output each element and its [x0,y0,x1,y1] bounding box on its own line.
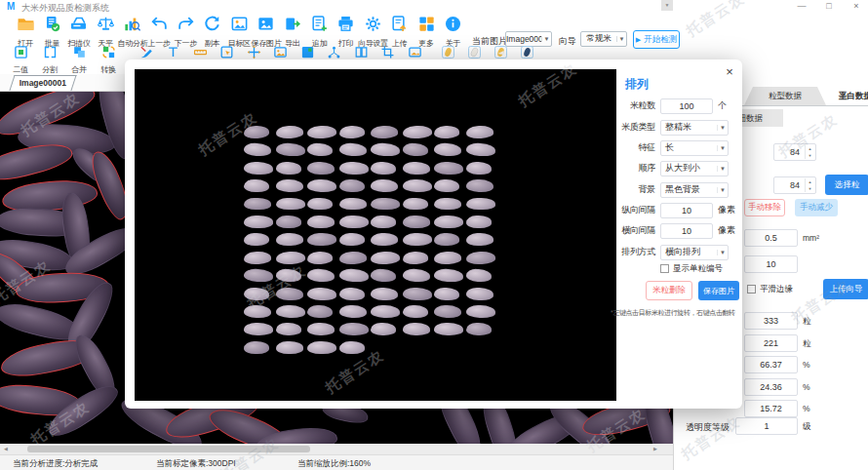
arranged-rice-grain[interactable] [434,143,462,157]
arranged-grains-image[interactable] [135,69,616,401]
arranged-rice-grain[interactable] [244,305,271,318]
maximize-button[interactable]: □ [819,0,839,13]
arranged-rice-grain[interactable] [402,179,431,192]
arranged-rice-grain[interactable] [275,269,301,283]
arranged-rice-grain[interactable] [465,161,491,174]
arranged-rice-grain[interactable] [465,287,493,299]
arranged-rice-grain[interactable] [371,269,397,283]
toolbar-item-save-image[interactable]: 保存图片 [252,15,281,49]
field-select[interactable]: 从大到小▼ [660,161,729,176]
arranged-rice-grain[interactable] [275,179,302,192]
arranged-rice-grain[interactable] [338,179,364,192]
arranged-rice-grain[interactable] [275,287,302,299]
arranged-rice-grain[interactable] [434,198,461,211]
arranged-rice-grain[interactable] [307,305,333,318]
toolbar-item-batch[interactable]: 批量 [37,15,66,49]
arranged-rice-grain[interactable] [434,215,463,228]
select-grain-button[interactable]: 选择粒 [825,175,868,195]
toolbar-item-scanner[interactable]: 扫描仪 [64,15,94,49]
arranged-rice-grain[interactable] [244,251,272,264]
arranged-rice-grain[interactable] [434,268,464,282]
scroll-right-icon[interactable]: ▶ [650,444,661,454]
arranged-rice-grain[interactable] [307,251,334,264]
smooth-edge-checkbox[interactable] [747,285,756,294]
arranged-rice-grain[interactable] [465,269,492,283]
arranged-rice-grain[interactable] [371,233,398,246]
upload-wizard-button[interactable]: 上传向导 [823,279,868,299]
arranged-rice-grain[interactable] [402,251,428,264]
arranged-rice-grain[interactable] [371,305,400,318]
arranged-rice-grain[interactable] [338,143,367,157]
arranged-rice-grain[interactable] [275,341,302,354]
arranged-rice-grain[interactable] [465,143,495,157]
arranged-rice-grain[interactable] [338,287,364,299]
arranged-rice-grain[interactable] [434,125,460,138]
field-select[interactable]: 长▼ [660,140,729,156]
dialog-close-icon[interactable]: × [722,64,737,80]
toolbar-item-more[interactable]: 更多 [412,15,441,49]
scrollbar-thumb[interactable] [27,446,310,452]
arranged-rice-grain[interactable] [434,323,463,335]
arranged-rice-grain[interactable] [307,268,335,282]
min-area-field[interactable]: 0.5 [744,229,798,247]
arranged-rice-grain[interactable] [402,268,430,282]
toolbar2-item-binary[interactable]: 二值 [7,45,34,75]
scroll-down-icon[interactable]: ▼ [661,0,673,11]
arranged-rice-grain[interactable] [307,323,335,335]
arranged-rice-grain[interactable] [338,341,364,354]
arranged-rice-grain[interactable] [244,179,269,192]
arranged-rice-grain[interactable] [338,125,365,138]
arranged-rice-grain[interactable] [276,323,301,335]
save-image-button[interactable]: 保存图片 [698,281,739,300]
delete-grain-button[interactable]: 米粒删除 [646,281,692,300]
stat-value-field[interactable]: 221 [744,334,798,352]
arranged-rice-grain[interactable] [402,233,431,247]
toolbar-item-print[interactable]: 打印 [332,15,361,49]
arranged-rice-grain[interactable] [402,215,429,228]
arranged-rice-grain[interactable] [338,251,367,264]
arranged-rice-grain[interactable] [275,215,300,228]
arranged-rice-grain[interactable] [371,215,396,228]
spinner-arrows[interactable]: ▲▼ [805,145,814,159]
arranged-rice-grain[interactable] [434,179,459,192]
arranged-rice-grain[interactable] [339,198,367,211]
arranged-rice-grain[interactable] [244,143,272,157]
toolbar-item-target[interactable]: 目标区 [224,15,254,49]
toolbar-item-analyze[interactable]: 自动分析 [118,15,147,49]
arranged-rice-grain[interactable] [402,143,428,157]
arranged-rice-grain[interactable] [275,233,302,246]
arranged-rice-grain[interactable] [307,143,334,157]
arranged-rice-grain[interactable] [275,125,303,138]
arranged-rice-grain[interactable] [275,143,305,157]
arranged-rice-grain[interactable] [244,268,274,282]
toolbar-item-upload[interactable]: 上传 [385,15,414,49]
toolbar2-item-convert[interactable]: 转换 [95,45,122,75]
toolbar-item-folder[interactable]: 打开 [11,15,40,49]
toolbar2-item-split[interactable]: 分割 [36,45,63,75]
arranged-rice-grain[interactable] [275,251,305,264]
arranged-rice-grain[interactable] [434,233,459,246]
arranged-rice-grain[interactable] [307,125,337,138]
arranged-rice-grain[interactable] [244,161,273,175]
arranged-rice-grain[interactable] [402,287,431,300]
toolbar-item-undo[interactable]: 上一步 [144,15,174,49]
arranged-rice-grain[interactable] [371,143,401,157]
show-grain-number-checkbox[interactable] [660,264,669,273]
scroll-left-icon[interactable]: ◀ [0,444,12,454]
toolbar-item-redo[interactable]: 下一步 [171,15,200,49]
tab-chalkiness-data[interactable]: 垩白数据 [826,87,868,105]
arranged-rice-grain[interactable] [338,233,364,246]
arranged-rice-grain[interactable] [402,125,432,138]
arranged-rice-grain[interactable] [244,125,270,138]
field-select[interactable]: 横向排列▼ [660,245,729,260]
arranged-rice-grain[interactable] [465,179,493,192]
arranged-rice-grain[interactable] [465,233,493,246]
arranged-rice-grain[interactable] [244,323,273,335]
arranged-rice-grain[interactable] [371,323,396,335]
arranged-rice-grain[interactable] [307,179,336,192]
arranged-rice-grain[interactable] [465,125,493,138]
value-10-field[interactable]: 10 [744,255,798,273]
arranged-rice-grain[interactable] [434,251,462,264]
field-input[interactable]: 100 [660,98,713,114]
toolbar-item-scale[interactable]: 天平 [91,15,120,49]
